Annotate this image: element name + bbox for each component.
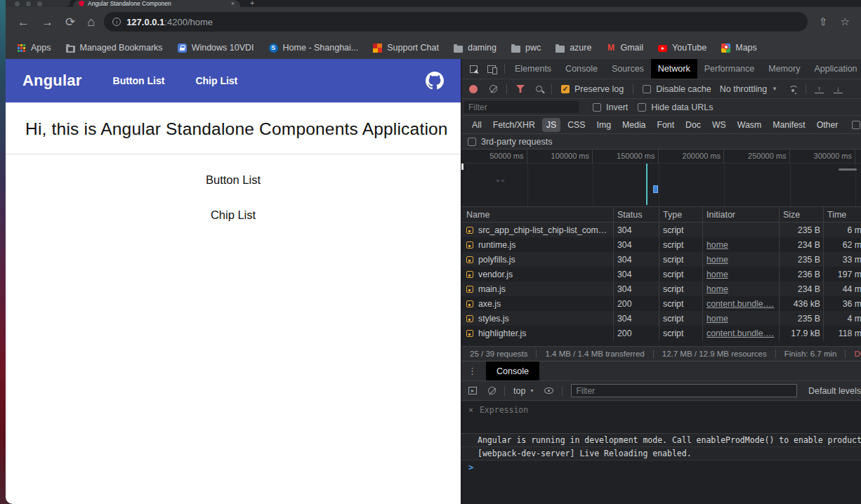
bookmark-item[interactable]: azure [556,43,591,53]
type-filter-button[interactable]: Doc [681,118,705,132]
request-initiator-link[interactable]: home [706,314,728,324]
site-info-icon[interactable]: i [112,18,121,26]
type-filter-button[interactable]: Manifest [768,118,809,132]
hide-data-urls-checkbox[interactable] [638,103,646,112]
home-icon[interactable]: ⌂ [87,15,95,28]
type-filter-button[interactable]: Fetch/XHR [489,118,539,132]
type-filter-button[interactable]: JS [542,118,560,132]
invert-label[interactable]: Invert [606,102,628,112]
devtools-tab[interactable]: Network [651,59,697,79]
invert-checkbox[interactable] [593,103,601,112]
bookmark-item[interactable]: Maps [721,43,757,53]
column-header-status[interactable]: Status [614,207,659,222]
clear-icon[interactable] [489,85,497,93]
bookmark-star-icon[interactable]: ☆ [841,15,850,28]
devtools-tab[interactable]: Application [807,59,861,79]
devtools-tab[interactable]: Console [558,59,605,79]
devtools-tab[interactable]: Performance [697,59,762,79]
devtools-tab[interactable]: Elements [508,59,558,79]
clear-console-icon[interactable] [488,387,496,394]
type-filter-button[interactable]: WS [708,118,730,132]
reload-icon[interactable]: ⟳ [65,16,75,28]
network-request-row[interactable]: styles.js 304 script home 235 B 4 m [461,311,861,326]
column-header-time[interactable]: Time [824,207,861,222]
network-conditions-icon[interactable] [788,86,798,93]
column-header-size[interactable]: Size [780,207,824,222]
bookmark-item[interactable]: Apps [17,43,51,53]
more-options-icon[interactable]: ⋮ [468,366,477,376]
column-header-initiator[interactable]: Initiator [703,207,780,222]
network-request-row[interactable]: polyfills.js 304 script home 235 B 33 m [461,252,861,267]
type-filter-button[interactable]: CSS [563,118,589,132]
bookmark-item[interactable]: YouTube [658,43,706,53]
inspect-element-icon[interactable] [470,65,478,73]
new-tab-button[interactable]: + [250,0,254,7]
bookmark-item[interactable]: Gmail [606,43,643,53]
disable-cache-checkbox[interactable] [643,85,651,93]
type-filter-button[interactable]: All [468,118,486,132]
github-icon[interactable] [426,72,444,90]
devtools-tab[interactable]: Memory [761,59,807,79]
zoom-window-button[interactable] [37,1,42,6]
javascript-context-select[interactable]: top [513,386,525,396]
back-icon[interactable]: ← [18,16,29,28]
filter-funnel-icon[interactable] [516,85,525,93]
network-overview-timeline[interactable] [461,164,861,207]
preserve-log-label[interactable]: Preserve log [574,84,624,94]
close-window-button[interactable] [15,1,20,6]
disable-cache-label[interactable]: Disable cache [656,84,711,94]
network-request-row[interactable]: vendor.js 304 script home 236 B 197 m [461,267,861,281]
network-request-row[interactable]: runtime.js 304 script home 234 B 62 m [461,237,861,252]
forward-icon[interactable]: → [41,16,53,28]
devtools-tab[interactable]: Sources [605,59,651,79]
device-toolbar-icon[interactable] [487,65,496,73]
request-initiator-link[interactable]: home [706,240,728,250]
browser-tab[interactable]: Angular Standalone Componen × [73,0,240,7]
request-initiator-link[interactable]: home [706,284,728,294]
share-icon[interactable]: ⇧ [819,15,828,28]
hide-data-urls-label[interactable]: Hide data URLs [651,102,713,112]
bookmark-item[interactable]: Support Chat [373,43,439,53]
chevron-down-icon[interactable]: ▼ [772,86,777,92]
preserve-log-checkbox[interactable]: ✓ [561,85,570,93]
request-initiator-link[interactable]: home [706,270,728,279]
app-nav-link[interactable]: Chip List [195,75,237,86]
live-expression-eye-icon[interactable] [544,387,553,394]
type-filter-button[interactable]: Font [652,118,678,132]
live-expression-row[interactable]: × Expression [461,401,861,434]
network-request-row[interactable]: src_app_chip-list_chip-list_com… 304 scr… [461,223,861,237]
network-request-row[interactable]: axe.js 200 script content.bundle.… 436 k… [461,296,861,311]
bookmark-item[interactable]: Managed Bookmarks [66,43,163,53]
request-initiator-link[interactable]: home [706,255,728,265]
request-initiator-link[interactable]: content.bundle.… [706,329,774,338]
record-icon[interactable] [469,85,478,93]
bookmark-item[interactable]: pwc [511,43,541,53]
type-filter-button[interactable]: Wasm [733,118,765,132]
request-initiator-link[interactable]: content.bundle.… [706,299,774,309]
chevron-down-icon[interactable]: ▾ [530,387,533,394]
bookmark-item[interactable]: Home - Shanghai... [269,43,359,53]
console-prompt[interactable]: > [461,460,861,475]
search-icon[interactable] [536,86,542,92]
third-party-checkbox[interactable] [468,138,476,146]
app-link[interactable]: Button List [6,173,461,187]
third-party-label[interactable]: 3rd-party requests [481,137,552,147]
export-har-icon[interactable]: ↓ [834,85,843,93]
throttling-select[interactable]: No throttling [720,84,767,94]
address-bar[interactable]: i 127.0.0.1:4200/home [104,12,808,32]
timeline-scrollbar[interactable] [839,168,857,171]
type-filter-button[interactable]: Media [618,118,650,132]
console-sidebar-icon[interactable]: ▸ [468,387,477,394]
has-blocked-cookies-checkbox[interactable] [852,121,860,129]
minimize-window-button[interactable] [26,1,31,6]
remove-expression-icon[interactable]: × [468,405,473,415]
network-request-row[interactable]: highlighter.js 200 script content.bundle… [461,326,861,340]
column-header-type[interactable]: Type [659,207,703,222]
bookmark-item[interactable]: Windows 10VDI [178,43,254,53]
app-link[interactable]: Chip List [6,208,461,222]
type-filter-button[interactable]: Img [592,118,615,132]
console-drawer-tab[interactable]: Console [486,362,539,380]
console-filter-input[interactable] [571,384,797,397]
live-expression-placeholder[interactable]: Expression [480,405,528,415]
column-header-name[interactable]: Name [461,207,614,222]
